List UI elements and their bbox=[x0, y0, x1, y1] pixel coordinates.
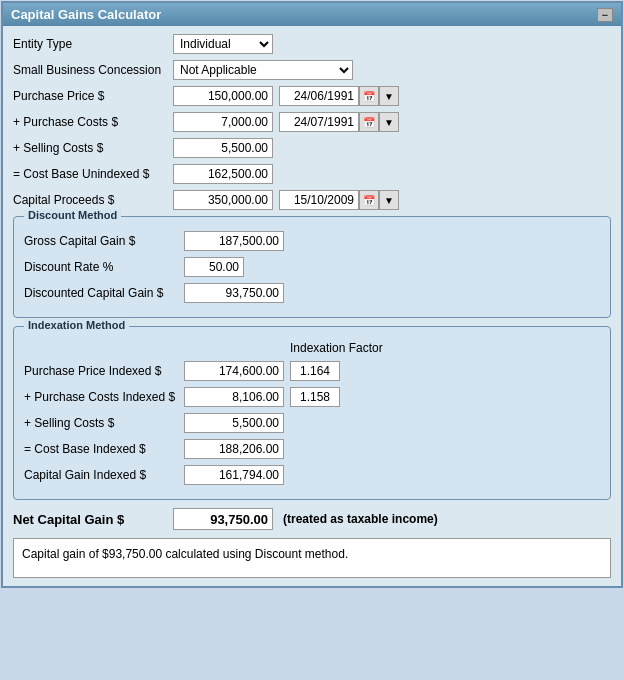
summary-box: Capital gain of $93,750.00 calculated us… bbox=[13, 538, 611, 578]
net-capital-gain-label: Net Capital Gain $ bbox=[13, 512, 173, 527]
capital-proceeds-row: Capital Proceeds $ 📅 ▼ bbox=[13, 190, 611, 210]
entity-type-label: Entity Type bbox=[13, 37, 173, 51]
discount-method-title: Discount Method bbox=[24, 209, 121, 221]
discounted-gain-input[interactable] bbox=[184, 283, 284, 303]
discounted-gain-row: Discounted Capital Gain $ bbox=[24, 283, 600, 303]
purchase-costs-date-input[interactable] bbox=[279, 112, 359, 132]
net-capital-gain-row: Net Capital Gain $ (treated as taxable i… bbox=[13, 508, 611, 530]
selling-costs-indexed-input[interactable] bbox=[184, 413, 284, 433]
capital-gain-indexed-label: Capital Gain Indexed $ bbox=[24, 468, 184, 482]
main-window: Capital Gains Calculator − Entity Type I… bbox=[1, 1, 623, 588]
indexation-method-content: Indexation Factor Purchase Price Indexed… bbox=[24, 341, 600, 485]
discount-rate-row: Discount Rate % bbox=[24, 257, 600, 277]
net-capital-gain-input[interactable] bbox=[173, 508, 273, 530]
cost-base-indexed-input[interactable] bbox=[184, 439, 284, 459]
selling-costs-input[interactable] bbox=[173, 138, 273, 158]
entity-type-select[interactable]: Individual bbox=[173, 34, 273, 54]
purchase-price-calendar-button[interactable]: 📅 bbox=[359, 86, 379, 106]
discounted-gain-label: Discounted Capital Gain $ bbox=[24, 286, 184, 300]
entity-type-row: Entity Type Individual bbox=[13, 34, 611, 54]
cost-base-indexed-label: = Cost Base Indexed $ bbox=[24, 442, 184, 456]
purchase-price-indexed-input[interactable] bbox=[184, 361, 284, 381]
purchase-costs-indexed-input[interactable] bbox=[184, 387, 284, 407]
discount-method-content: Gross Capital Gain $ Discount Rate % Dis… bbox=[24, 231, 600, 303]
purchase-price-indexed-row: Purchase Price Indexed $ bbox=[24, 361, 600, 381]
capital-proceeds-date-field: 📅 ▼ bbox=[279, 190, 399, 210]
purchase-price-date-field: 📅 ▼ bbox=[279, 86, 399, 106]
gross-gain-label: Gross Capital Gain $ bbox=[24, 234, 184, 248]
purchase-costs-indexed-row: + Purchase Costs Indexed $ bbox=[24, 387, 600, 407]
indexation-method-section: Indexation Method Indexation Factor Purc… bbox=[13, 326, 611, 500]
net-capital-gain-note: (treated as taxable income) bbox=[283, 512, 438, 526]
purchase-costs-calendar-button[interactable]: 📅 bbox=[359, 112, 379, 132]
purchase-price-dropdown-button[interactable]: ▼ bbox=[379, 86, 399, 106]
sbc-label: Small Business Concession bbox=[13, 63, 173, 77]
capital-gain-indexed-input[interactable] bbox=[184, 465, 284, 485]
purchase-costs-factor-input[interactable] bbox=[290, 387, 340, 407]
selling-costs-row: + Selling Costs $ bbox=[13, 138, 611, 158]
cost-base-indexed-row: = Cost Base Indexed $ bbox=[24, 439, 600, 459]
purchase-price-label: Purchase Price $ bbox=[13, 89, 173, 103]
discount-method-section: Discount Method Gross Capital Gain $ Dis… bbox=[13, 216, 611, 318]
capital-proceeds-date-input[interactable] bbox=[279, 190, 359, 210]
gross-gain-row: Gross Capital Gain $ bbox=[24, 231, 600, 251]
purchase-costs-label: + Purchase Costs $ bbox=[13, 115, 173, 129]
indexation-method-title: Indexation Method bbox=[24, 319, 129, 331]
content-area: Entity Type Individual Small Business Co… bbox=[3, 26, 621, 586]
sbc-row: Small Business Concession Not Applicable bbox=[13, 60, 611, 80]
window-title: Capital Gains Calculator bbox=[11, 7, 161, 22]
gross-gain-input[interactable] bbox=[184, 231, 284, 251]
purchase-costs-input[interactable] bbox=[173, 112, 273, 132]
purchase-price-indexed-label: Purchase Price Indexed $ bbox=[24, 364, 184, 378]
purchase-costs-indexed-label: + Purchase Costs Indexed $ bbox=[24, 390, 184, 404]
capital-proceeds-input[interactable] bbox=[173, 190, 273, 210]
indexation-factor-header-row: Indexation Factor bbox=[24, 341, 600, 355]
capital-proceeds-dropdown-button[interactable]: ▼ bbox=[379, 190, 399, 210]
cost-base-unindexed-input[interactable] bbox=[173, 164, 273, 184]
purchase-price-factor-input[interactable] bbox=[290, 361, 340, 381]
purchase-costs-date-field: 📅 ▼ bbox=[279, 112, 399, 132]
purchase-price-input[interactable] bbox=[173, 86, 273, 106]
purchase-price-date-input[interactable] bbox=[279, 86, 359, 106]
purchase-costs-row: + Purchase Costs $ 📅 ▼ bbox=[13, 112, 611, 132]
capital-proceeds-calendar-button[interactable]: 📅 bbox=[359, 190, 379, 210]
selling-costs-label: + Selling Costs $ bbox=[13, 141, 173, 155]
selling-costs-indexed-label: + Selling Costs $ bbox=[24, 416, 184, 430]
summary-text: Capital gain of $93,750.00 calculated us… bbox=[22, 547, 348, 561]
selling-costs-indexed-row: + Selling Costs $ bbox=[24, 413, 600, 433]
capital-proceeds-label: Capital Proceeds $ bbox=[13, 193, 173, 207]
title-bar: Capital Gains Calculator − bbox=[3, 3, 621, 26]
discount-rate-input[interactable] bbox=[184, 257, 244, 277]
close-button[interactable]: − bbox=[597, 8, 613, 22]
sbc-select[interactable]: Not Applicable bbox=[173, 60, 353, 80]
cost-base-unindexed-label: = Cost Base Unindexed $ bbox=[13, 167, 173, 181]
cost-base-unindexed-row: = Cost Base Unindexed $ bbox=[13, 164, 611, 184]
purchase-costs-dropdown-button[interactable]: ▼ bbox=[379, 112, 399, 132]
purchase-price-row: Purchase Price $ 📅 ▼ bbox=[13, 86, 611, 106]
indexation-factor-header: Indexation Factor bbox=[290, 341, 383, 355]
capital-gain-indexed-row: Capital Gain Indexed $ bbox=[24, 465, 600, 485]
discount-rate-label: Discount Rate % bbox=[24, 260, 184, 274]
